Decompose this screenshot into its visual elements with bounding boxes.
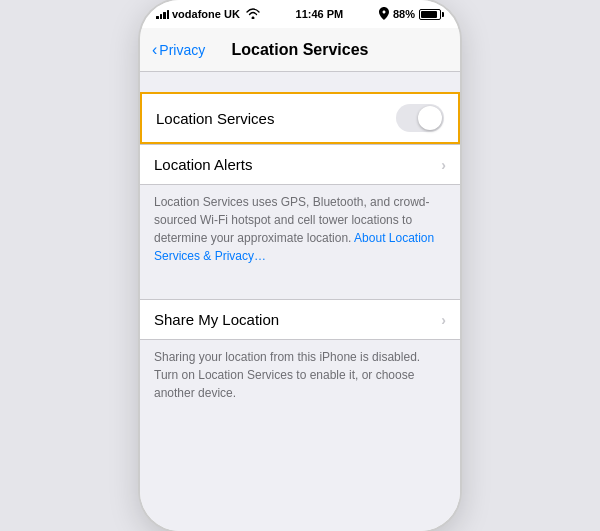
signal-bar-3	[163, 12, 166, 19]
nav-title: Location Services	[232, 41, 369, 59]
content-area: Location Services Location Alerts › Loca…	[140, 72, 460, 531]
battery-percent-label: 88%	[393, 8, 415, 20]
share-location-description: Sharing your location from this iPhone i…	[140, 340, 460, 418]
carrier-label: vodafone UK	[172, 8, 240, 20]
share-location-chevron-icon: ›	[441, 312, 446, 328]
share-location-label: Share My Location	[154, 311, 279, 328]
status-time: 11:46 PM	[296, 8, 344, 20]
share-location-row[interactable]: Share My Location ›	[140, 300, 460, 339]
toggle-thumb	[418, 106, 442, 130]
location-alerts-chevron-icon: ›	[441, 157, 446, 173]
signal-bar-1	[156, 16, 159, 19]
status-bar: vodafone UK 11:46 PM 88%	[140, 0, 460, 28]
signal-bar-2	[160, 14, 163, 19]
back-button[interactable]: ‹ Privacy	[152, 42, 205, 58]
back-label: Privacy	[159, 42, 205, 58]
signal-bar-4	[167, 10, 170, 19]
status-right: 88%	[379, 7, 444, 22]
location-services-toggle-row: Location Services	[140, 92, 460, 144]
location-alerts-group: Location Alerts ›	[140, 144, 460, 185]
wifi-icon	[246, 8, 260, 21]
nav-bar: ‹ Privacy Location Services	[140, 28, 460, 72]
location-alerts-section: Location Alerts › Location Services uses…	[140, 144, 460, 279]
back-chevron-icon: ‹	[152, 42, 157, 58]
location-services-toggle[interactable]	[396, 104, 444, 132]
location-description: Location Services uses GPS, Bluetooth, a…	[140, 185, 460, 279]
share-location-section: Share My Location ›	[140, 299, 460, 340]
location-icon	[379, 7, 389, 22]
location-services-label: Location Services	[156, 110, 274, 127]
battery-icon	[419, 9, 444, 20]
location-alerts-label: Location Alerts	[154, 156, 252, 173]
signal-bars-icon	[156, 9, 169, 19]
location-services-section: Location Services	[140, 92, 460, 144]
status-left: vodafone UK	[156, 8, 260, 21]
phone-frame: vodafone UK 11:46 PM 88%	[140, 0, 460, 531]
location-alerts-row[interactable]: Location Alerts ›	[140, 145, 460, 184]
